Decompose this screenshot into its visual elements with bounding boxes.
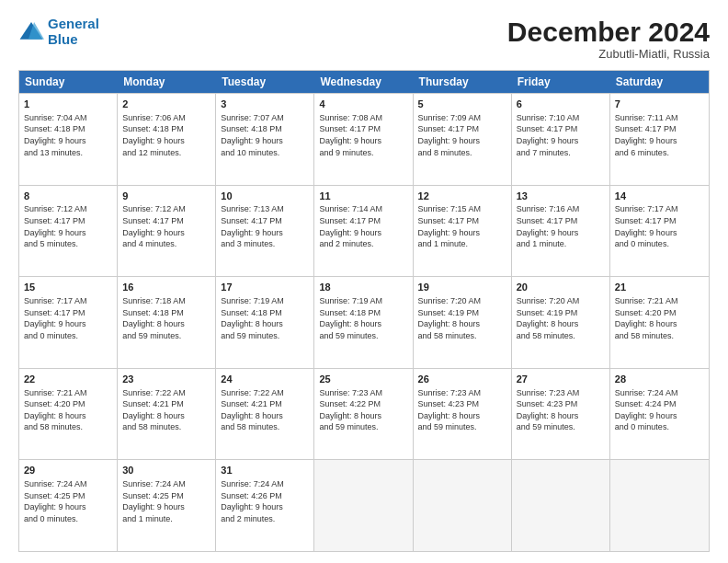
calendar-cell: 6Sunrise: 7:10 AMSunset: 4:17 PMDaylight… [512,94,610,185]
day-number: 30 [122,464,210,477]
day-info: Sunrise: 7:09 AMSunset: 4:17 PMDaylight:… [418,112,506,158]
calendar-cell [314,460,413,551]
day-number: 12 [418,190,506,203]
calendar-cell: 15Sunrise: 7:17 AMSunset: 4:17 PMDayligh… [19,277,118,368]
calendar-cell: 23Sunrise: 7:22 AMSunset: 4:21 PMDayligh… [118,369,216,460]
calendar-cell: 13Sunrise: 7:16 AMSunset: 4:17 PMDayligh… [512,186,610,277]
day-info: Sunrise: 7:11 AMSunset: 4:17 PMDaylight:… [615,112,704,158]
day-info: Sunrise: 7:14 AMSunset: 4:17 PMDaylight:… [319,203,407,249]
calendar-cell: 20Sunrise: 7:20 AMSunset: 4:19 PMDayligh… [512,277,610,368]
day-info: Sunrise: 7:24 AMSunset: 4:24 PMDaylight:… [615,387,704,433]
day-info: Sunrise: 7:12 AMSunset: 4:17 PMDaylight:… [122,203,210,249]
day-number: 16 [122,281,210,294]
calendar-cell: 7Sunrise: 7:11 AMSunset: 4:17 PMDaylight… [610,94,709,185]
calendar-header-cell: Friday [512,71,610,93]
calendar-cell [414,460,512,551]
day-info: Sunrise: 7:19 AMSunset: 4:18 PMDaylight:… [221,295,309,341]
logo-line2: Blue [48,31,78,47]
day-info: Sunrise: 7:17 AMSunset: 4:17 PMDaylight:… [615,203,704,249]
day-number: 19 [418,281,506,294]
day-number: 20 [517,281,605,294]
day-number: 26 [418,373,506,386]
subtitle: Zubutli-Miatli, Russia [507,47,710,61]
page: General Blue December 2024 Zubutli-Miatl… [0,0,728,563]
calendar-cell: 9Sunrise: 7:12 AMSunset: 4:17 PMDaylight… [118,186,216,277]
day-info: Sunrise: 7:23 AMSunset: 4:23 PMDaylight:… [517,387,605,433]
calendar-cell [610,460,709,551]
calendar-header-cell: Tuesday [216,71,314,93]
calendar-cell: 22Sunrise: 7:21 AMSunset: 4:20 PMDayligh… [19,369,118,460]
calendar-cell: 25Sunrise: 7:23 AMSunset: 4:22 PMDayligh… [314,369,413,460]
calendar-header-cell: Saturday [610,71,709,93]
calendar-cell: 28Sunrise: 7:24 AMSunset: 4:24 PMDayligh… [610,369,709,460]
title-block: December 2024 Zubutli-Miatli, Russia [507,17,710,61]
calendar-row: 8Sunrise: 7:12 AMSunset: 4:17 PMDaylight… [19,185,709,277]
day-info: Sunrise: 7:20 AMSunset: 4:19 PMDaylight:… [517,295,605,341]
calendar-cell: 5Sunrise: 7:09 AMSunset: 4:17 PMDaylight… [414,94,512,185]
calendar-cell: 1Sunrise: 7:04 AMSunset: 4:18 PMDaylight… [19,94,118,185]
day-number: 6 [517,98,605,111]
day-info: Sunrise: 7:15 AMSunset: 4:17 PMDaylight:… [418,203,506,249]
calendar-row: 22Sunrise: 7:21 AMSunset: 4:20 PMDayligh… [19,368,709,460]
day-number: 8 [24,190,112,203]
day-number: 31 [221,464,309,477]
calendar-cell: 29Sunrise: 7:24 AMSunset: 4:25 PMDayligh… [19,460,118,551]
logo-text: General Blue [48,17,99,47]
day-number: 1 [24,98,112,111]
day-number: 24 [221,373,309,386]
day-number: 29 [24,464,112,477]
day-info: Sunrise: 7:17 AMSunset: 4:17 PMDaylight:… [24,295,112,341]
calendar-header-cell: Monday [118,71,216,93]
calendar-header-cell: Wednesday [314,71,413,93]
day-number: 15 [24,281,112,294]
calendar-cell: 4Sunrise: 7:08 AMSunset: 4:17 PMDaylight… [314,94,413,185]
calendar-cell: 30Sunrise: 7:24 AMSunset: 4:25 PMDayligh… [118,460,216,551]
calendar-cell [512,460,610,551]
day-info: Sunrise: 7:23 AMSunset: 4:23 PMDaylight:… [418,387,506,433]
day-number: 28 [615,373,704,386]
calendar-row: 29Sunrise: 7:24 AMSunset: 4:25 PMDayligh… [19,459,709,551]
calendar-cell: 11Sunrise: 7:14 AMSunset: 4:17 PMDayligh… [314,186,413,277]
calendar-row: 1Sunrise: 7:04 AMSunset: 4:18 PMDaylight… [19,93,709,185]
day-number: 3 [221,98,309,111]
day-number: 7 [615,98,704,111]
logo-line1: General [48,16,99,31]
calendar-cell: 17Sunrise: 7:19 AMSunset: 4:18 PMDayligh… [216,277,314,368]
day-info: Sunrise: 7:06 AMSunset: 4:18 PMDaylight:… [122,112,210,158]
day-number: 11 [319,190,407,203]
day-info: Sunrise: 7:07 AMSunset: 4:18 PMDaylight:… [221,112,309,158]
calendar-body: 1Sunrise: 7:04 AMSunset: 4:18 PMDaylight… [19,93,709,551]
day-number: 10 [221,190,309,203]
day-info: Sunrise: 7:04 AMSunset: 4:18 PMDaylight:… [24,112,112,158]
day-number: 25 [319,373,407,386]
header: General Blue December 2024 Zubutli-Miatl… [18,17,710,61]
day-number: 2 [122,98,210,111]
day-info: Sunrise: 7:12 AMSunset: 4:17 PMDaylight:… [24,203,112,249]
day-info: Sunrise: 7:08 AMSunset: 4:17 PMDaylight:… [319,112,407,158]
calendar-cell: 21Sunrise: 7:21 AMSunset: 4:20 PMDayligh… [610,277,709,368]
day-info: Sunrise: 7:22 AMSunset: 4:21 PMDaylight:… [221,387,309,433]
day-number: 22 [24,373,112,386]
calendar-cell: 31Sunrise: 7:24 AMSunset: 4:26 PMDayligh… [216,460,314,551]
day-number: 13 [517,190,605,203]
calendar-cell: 14Sunrise: 7:17 AMSunset: 4:17 PMDayligh… [610,186,709,277]
calendar-cell: 18Sunrise: 7:19 AMSunset: 4:18 PMDayligh… [314,277,413,368]
calendar-cell: 2Sunrise: 7:06 AMSunset: 4:18 PMDaylight… [118,94,216,185]
calendar-cell: 3Sunrise: 7:07 AMSunset: 4:18 PMDaylight… [216,94,314,185]
day-info: Sunrise: 7:20 AMSunset: 4:19 PMDaylight:… [418,295,506,341]
logo-icon [18,19,44,45]
day-info: Sunrise: 7:24 AMSunset: 4:26 PMDaylight:… [221,478,309,524]
day-info: Sunrise: 7:16 AMSunset: 4:17 PMDaylight:… [517,203,605,249]
day-info: Sunrise: 7:21 AMSunset: 4:20 PMDaylight:… [24,387,112,433]
day-number: 14 [615,190,704,203]
day-number: 4 [319,98,407,111]
calendar-header-cell: Sunday [19,71,118,93]
calendar-cell: 27Sunrise: 7:23 AMSunset: 4:23 PMDayligh… [512,369,610,460]
calendar: SundayMondayTuesdayWednesdayThursdayFrid… [18,70,710,552]
day-info: Sunrise: 7:23 AMSunset: 4:22 PMDaylight:… [319,387,407,433]
calendar-cell: 24Sunrise: 7:22 AMSunset: 4:21 PMDayligh… [216,369,314,460]
day-number: 27 [517,373,605,386]
day-number: 21 [615,281,704,294]
day-info: Sunrise: 7:21 AMSunset: 4:20 PMDaylight:… [615,295,704,341]
calendar-header: SundayMondayTuesdayWednesdayThursdayFrid… [19,71,709,93]
